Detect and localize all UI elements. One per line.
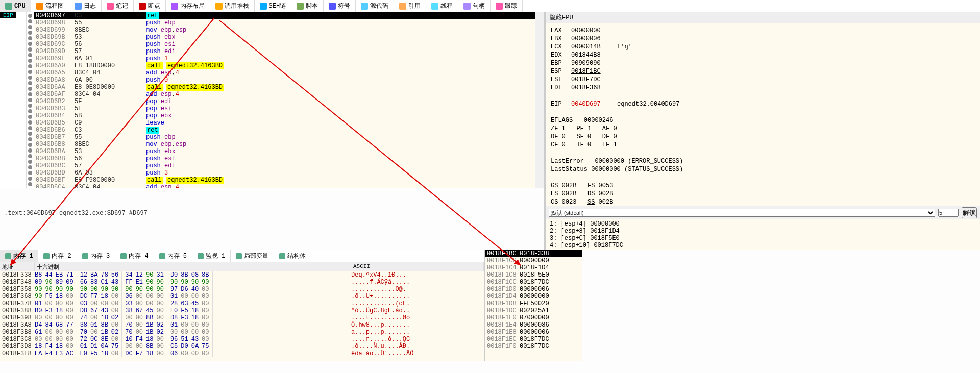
- stack-row[interactable]: 0018F1EC0018F7DC: [485, 336, 582, 343]
- dump-tab-结构体[interactable]: 结构体: [274, 250, 311, 262]
- disasm-row[interactable]: 0040D6998BECmov ebp,esp: [34, 27, 535, 34]
- reg-body[interactable]: EAX00000000EBX00000006ECX0000014BL'ŋ'EDX…: [546, 23, 980, 206]
- bp-dot[interactable]: [28, 160, 32, 164]
- stack-row[interactable]: 0018F1F00018F7DC: [485, 343, 582, 350]
- reg-EIP[interactable]: EIP0040D697eqnedt32.0040D697: [551, 100, 975, 108]
- bp-dot[interactable]: [28, 87, 32, 91]
- tab-流程图[interactable]: 流程图: [31, 0, 69, 12]
- disasm-row[interactable]: 0040D6BD6A 03push 3: [34, 169, 535, 177]
- bp-dot[interactable]: [28, 109, 32, 113]
- disasm-row[interactable]: 0040D6BA53push ebx: [34, 148, 535, 155]
- call-args[interactable]: 1: [esp+4] 000000002: [esp+8] 0018F1D43:…: [546, 219, 980, 250]
- disasm-row[interactable]: 0040D6A0E8 188D0000call eqnedt32.4163BD: [34, 62, 535, 69]
- bp-dot[interactable]: [28, 64, 32, 68]
- dump-tab-内存 2[interactable]: 内存 2: [38, 250, 77, 262]
- bp-dot[interactable]: [28, 154, 32, 158]
- stack-row[interactable]: 0018F1E800000006: [485, 329, 582, 336]
- bp-dot[interactable]: [28, 47, 32, 52]
- stack-row[interactable]: 0018F1D8FFE50020: [485, 300, 582, 307]
- disasm-row[interactable]: 0040D6B45Bpop ebx: [34, 112, 535, 119]
- disasm-row[interactable]: 0040D69D57push edi: [34, 48, 535, 55]
- disasm-row[interactable]: 0040D6BC57push edi: [34, 162, 535, 169]
- bp-dot[interactable]: [28, 81, 32, 85]
- bp-dot[interactable]: [28, 31, 32, 35]
- call-arg[interactable]: 1: [esp+4] 00000000: [550, 220, 976, 228]
- stack-row[interactable]: 0018F1D000000006: [485, 286, 582, 293]
- disasm-row[interactable]: 0040D6B5C9leave: [34, 119, 535, 127]
- stack-row[interactable]: 0018F1BC0018F338: [485, 250, 582, 257]
- dump-row[interactable]: 0018F3B86100000070001B0270001B0200000000…: [0, 329, 484, 336]
- tab-源代码[interactable]: 源代码: [356, 0, 394, 12]
- dump-header-ascii[interactable]: ASCII: [351, 262, 484, 271]
- bp-dot[interactable]: [28, 165, 32, 169]
- stack-row[interactable]: 0018F1C40018F1D4: [485, 264, 582, 271]
- bp-dot[interactable]: [28, 177, 32, 181]
- reg-EAX[interactable]: EAX00000000: [551, 27, 975, 35]
- bp-dot[interactable]: [28, 59, 32, 63]
- bp-dot[interactable]: [28, 53, 32, 57]
- tab-笔记[interactable]: 笔记: [102, 0, 134, 12]
- bp-dot[interactable]: [28, 19, 32, 23]
- bp-dot[interactable]: [28, 92, 32, 96]
- dump-row[interactable]: 0018F338B844EB7112BA785634129031D08B088B…: [0, 271, 484, 279]
- dump-row[interactable]: 0018F388B0F31800DB67430038674500E0F51800…: [0, 307, 484, 314]
- disasm-row[interactable]: 0040D6A86A 00push 0: [34, 77, 535, 84]
- reg-EDX[interactable]: EDX001844B8: [551, 51, 975, 59]
- stack-row[interactable]: 0018F1D400000000: [485, 293, 582, 300]
- disasm-row[interactable]: 0040D6BB56push esi: [34, 155, 535, 162]
- dump-row[interactable]: 0018F35890909090909090909090909097D64000…: [0, 286, 484, 293]
- disasm-row[interactable]: 0040D6B25Fpop edi: [34, 98, 535, 105]
- dump-header-addr[interactable]: 地址: [0, 262, 35, 271]
- dump-row[interactable]: 0018F348099089096683C143FFE1909090909090…: [0, 279, 484, 286]
- dump-tab-内存 1[interactable]: 内存 1: [0, 250, 38, 262]
- tab-内存布局[interactable]: 内存布局: [166, 0, 210, 12]
- bp-dot[interactable]: [28, 70, 32, 74]
- reg-EDI[interactable]: EDI0018F368: [551, 84, 975, 92]
- disasm-row[interactable]: 0040D69C56push esi: [34, 41, 535, 48]
- stack-row[interactable]: 0018F1DC002025A1: [485, 307, 582, 314]
- bp-dot[interactable]: [28, 98, 32, 102]
- bp-dot[interactable]: [28, 36, 32, 40]
- disasm-row[interactable]: 0040D69E6A 01push 1: [34, 55, 535, 62]
- disasm-row[interactable]: 0040D6B35Epop esi: [34, 105, 535, 112]
- reg-EBP[interactable]: EBP90909090: [551, 59, 975, 67]
- bp-dot[interactable]: [28, 76, 32, 80]
- bp-dot[interactable]: [28, 148, 32, 153]
- dump-row[interactable]: 0018F36890F51800DCF718000600000001000000…: [0, 293, 484, 300]
- disasm-row[interactable]: 0040D6B6C3ret: [34, 127, 535, 134]
- bp-dot[interactable]: [28, 132, 32, 136]
- lock-button[interactable]: 解锁: [962, 207, 977, 218]
- disasm-row[interactable]: 0040D6C483C4 04add esp,4: [34, 184, 535, 188]
- dump-row[interactable]: 0018F3D818F4180001D10A7500008B00C5D00A75…: [0, 343, 484, 350]
- call-arg[interactable]: 2: [esp+8] 0018F1D4: [550, 228, 976, 235]
- dump-tab-内存 4[interactable]: 内存 4: [115, 250, 154, 262]
- disasm-row[interactable]: 0040D6BFE8 F98C0000call eqnedt32.4163BD: [34, 177, 535, 184]
- stack-row[interactable]: 0018F1C80018F5E0: [485, 271, 582, 279]
- dump-row[interactable]: 0018F3E8EAF4E3ACE0F51800DCF7180006000000…: [0, 350, 484, 357]
- callconv-select[interactable]: 默认 (stdcall): [549, 209, 935, 217]
- disasm-row[interactable]: 0040D69B53push ebx: [34, 34, 535, 41]
- dump-body[interactable]: 0018F338B844EB7112BA785634129031D08B088B…: [0, 271, 484, 361]
- tab-调用堆栈[interactable]: 调用堆栈: [210, 0, 255, 12]
- disasm-row[interactable]: 0040D697C3ret: [34, 12, 535, 19]
- disasm-row[interactable]: 0040D69855push ebp: [34, 19, 535, 27]
- stack-view[interactable]: 0018F1BC0018F3380018F1C0000000000018F1C4…: [485, 250, 582, 361]
- tab-断点[interactable]: 断点: [134, 0, 166, 12]
- disasm-row[interactable]: 0040D6A583C4 04add esp,4: [34, 69, 535, 77]
- call-arg[interactable]: 4: [esp+10] 0018F7DC: [550, 242, 976, 249]
- dump-tab-局部变量[interactable]: 局部变量: [231, 250, 274, 262]
- tab-日志[interactable]: 日志: [69, 0, 102, 12]
- dump-tab-监视 1[interactable]: 监视 1: [192, 250, 231, 262]
- tab-符号[interactable]: 符号: [324, 0, 356, 12]
- bp-dot[interactable]: [28, 104, 32, 108]
- arg-count-input[interactable]: [938, 209, 959, 217]
- tab-引用[interactable]: 引用: [394, 0, 426, 12]
- tab-SEH链[interactable]: SEH链: [255, 0, 292, 12]
- dump-row[interactable]: 0018F37801000000030000000300000028634500…: [0, 300, 484, 307]
- bp-dot[interactable]: [28, 171, 32, 175]
- bp-dot[interactable]: [28, 126, 32, 130]
- breakpoint-gutter[interactable]: [27, 12, 34, 188]
- disasm-row[interactable]: 0040D6AF83C4 04add esp,4: [34, 91, 535, 98]
- bp-dot[interactable]: [28, 143, 32, 147]
- disasm-row[interactable]: 0040D6B88BECmov ebp,esp: [34, 141, 535, 148]
